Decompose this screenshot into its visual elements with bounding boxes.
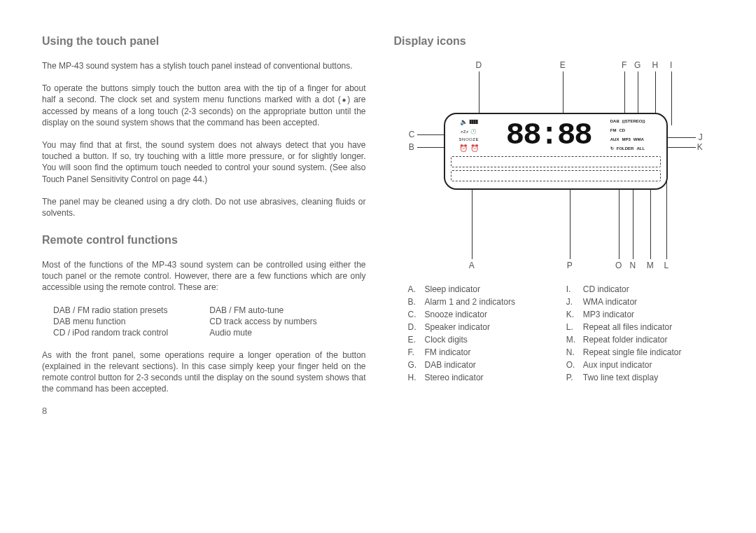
table-row: DAB / FM radio station presets DAB / FM … bbox=[53, 305, 366, 316]
legend-letter: E. bbox=[408, 335, 419, 345]
callout-G: G bbox=[634, 60, 640, 70]
cell: DAB menu function bbox=[53, 316, 209, 327]
legend-letter: J. bbox=[566, 297, 578, 307]
heading-remote: Remote control functions bbox=[42, 234, 366, 247]
legend-text: Sleep indicator bbox=[425, 284, 480, 294]
heading-touch-panel: Using the touch panel bbox=[42, 35, 366, 48]
legend-text: WMA indicator bbox=[583, 297, 637, 307]
stereo-label: ((STEREO)) bbox=[622, 119, 645, 125]
mp3-label: MP3 bbox=[622, 137, 630, 143]
callout-E: E bbox=[560, 60, 566, 70]
alarm-icon: ⏰ bbox=[470, 145, 479, 152]
legend-letter: G. bbox=[408, 360, 419, 370]
legend-text: CD indicator bbox=[583, 284, 629, 294]
callout-P: P bbox=[567, 261, 573, 270]
page-number: 8 bbox=[42, 406, 366, 416]
legend-text: Aux input indicator bbox=[583, 360, 652, 370]
lcd-screen: 🔈 ▮▮▮▮ zZz 🕐 SNOOZE ⏰ ⏰ 88:88 bbox=[444, 113, 668, 190]
callout-L: L bbox=[664, 261, 668, 270]
legend-text: Clock digits bbox=[425, 335, 468, 345]
callout-A: A bbox=[469, 261, 475, 270]
text-line-1 bbox=[451, 156, 661, 167]
legend-text: Snooze indicator bbox=[425, 310, 487, 319]
p2-part-a: To operate the buttons simply touch the … bbox=[42, 83, 366, 104]
cell: CD track access by numbers bbox=[209, 316, 365, 327]
paragraph-intro: The MP-43 sound system has a stylish tou… bbox=[42, 60, 366, 71]
heading-display-icons: Display icons bbox=[394, 35, 718, 48]
callout-O: O bbox=[615, 261, 622, 270]
paragraph-remote-long-press: As with the front panel, some operations… bbox=[42, 349, 366, 395]
snooze-label: SNOOZE bbox=[459, 137, 479, 141]
legend-letter: N. bbox=[566, 347, 578, 357]
cell: DAB / FM radio station presets bbox=[53, 305, 209, 316]
fm-label: FM bbox=[610, 128, 617, 134]
text-line-2 bbox=[451, 170, 661, 181]
paragraph-cleaning: The panel may be cleaned using a dry clo… bbox=[42, 196, 366, 219]
legend-letter: C. bbox=[408, 310, 419, 319]
legend-letter: B. bbox=[408, 297, 419, 307]
speaker-icon: 🔈 bbox=[460, 119, 468, 125]
cell: CD / iPod random track control bbox=[53, 327, 209, 338]
legend-text: Stereo indicator bbox=[425, 373, 484, 382]
legend-letter: L. bbox=[566, 322, 578, 332]
wma-label: WMA bbox=[634, 137, 644, 143]
alarm-icon: ⏰ bbox=[459, 145, 468, 152]
callout-M: M bbox=[647, 261, 654, 270]
legend-text: FM indicator bbox=[425, 347, 471, 357]
callout-N: N bbox=[629, 261, 636, 270]
paragraph-remote-intro: Most of the functions of the MP-43 sound… bbox=[42, 259, 366, 293]
callout-D: D bbox=[475, 60, 482, 70]
cd-label: CD bbox=[619, 128, 625, 134]
legend-letter: F. bbox=[408, 347, 419, 357]
legend-letter: M. bbox=[566, 335, 578, 345]
callout-F: F bbox=[622, 60, 626, 70]
legend-letter: A. bbox=[408, 284, 419, 294]
legend-text: Alarm 1 and 2 indicators bbox=[425, 297, 515, 307]
legend-letter: D. bbox=[408, 322, 419, 332]
cell: Audio mute bbox=[209, 327, 365, 338]
clock-digits: 88:88 bbox=[490, 117, 608, 153]
cell: DAB / FM auto-tune bbox=[209, 305, 365, 316]
all-label: ALL bbox=[636, 146, 645, 152]
table-row: DAB menu function CD track access by num… bbox=[53, 316, 366, 327]
aux-label: AUX bbox=[610, 137, 620, 143]
right-column: Display icons D E F G H I C B J K bbox=[394, 35, 718, 519]
legend-letter: O. bbox=[566, 360, 578, 370]
callout-C: C bbox=[409, 130, 415, 139]
callout-H: H bbox=[652, 60, 658, 70]
callout-J: J bbox=[699, 132, 703, 142]
dot-icon: ● bbox=[341, 96, 347, 104]
legend-text: Two line text display bbox=[583, 373, 658, 382]
display-diagram: D E F G H I C B J K A P O bbox=[409, 60, 703, 270]
legend-letter: P. bbox=[566, 373, 578, 382]
legend-letter: I. bbox=[566, 284, 578, 294]
callout-K: K bbox=[697, 142, 703, 152]
legend-text: Repeat folder indicator bbox=[583, 335, 668, 345]
table-row: CD / iPod random track control Audio mut… bbox=[53, 327, 366, 338]
callout-B: B bbox=[409, 142, 414, 152]
legend-letter: H. bbox=[408, 373, 419, 382]
legend-text: Repeat all files indicator bbox=[583, 322, 672, 332]
paragraph-operate: To operate the buttons simply touch the … bbox=[42, 83, 366, 128]
remote-functions-table: DAB / FM radio station presets DAB / FM … bbox=[53, 305, 366, 338]
legend-text: MP3 indicator bbox=[583, 310, 634, 319]
legend-text: Repeat single file indicator bbox=[583, 347, 682, 357]
legend: A.Sleep indicator B.Alarm 1 and 2 indica… bbox=[408, 283, 704, 384]
legend-text: DAB indicator bbox=[425, 360, 476, 370]
left-column: Using the touch panel The MP-43 sound sy… bbox=[42, 35, 366, 519]
paragraph-sensitivity: You may find that at first, the sound sy… bbox=[42, 139, 366, 185]
callout-I: I bbox=[670, 60, 672, 70]
repeat-icon: ↻ bbox=[610, 146, 614, 152]
folder-label: FOLDER bbox=[617, 146, 634, 152]
dab-label: DAB bbox=[610, 119, 620, 125]
legend-text: Speaker indicator bbox=[425, 322, 490, 332]
legend-letter: K. bbox=[566, 310, 578, 319]
sleep-icon: zZz bbox=[461, 130, 468, 134]
